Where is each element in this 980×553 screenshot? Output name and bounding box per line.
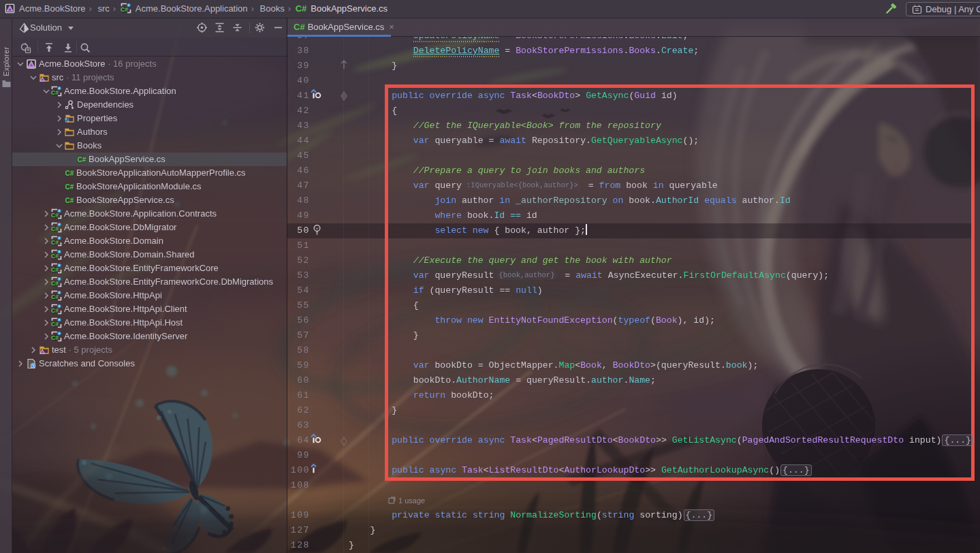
svg-text:C#: C# bbox=[51, 266, 59, 273]
svg-text:C#: C# bbox=[51, 280, 59, 287]
svg-text:C#: C# bbox=[65, 183, 74, 191]
svg-text:C#: C# bbox=[78, 156, 86, 163]
svg-text:C#: C# bbox=[51, 89, 59, 96]
svg-text:C#: C# bbox=[51, 212, 59, 219]
svg-text:C#: C# bbox=[51, 225, 59, 232]
svg-text:C#: C# bbox=[51, 334, 59, 341]
svg-text:C#: C# bbox=[51, 239, 59, 246]
svg-text:C#: C# bbox=[121, 6, 128, 13]
svg-text:C#: C# bbox=[65, 170, 74, 177]
svg-text:C#: C# bbox=[51, 253, 59, 259]
svg-text:C#: C# bbox=[51, 321, 59, 328]
svg-text:C#: C# bbox=[65, 197, 74, 204]
svg-text:C#: C# bbox=[51, 294, 59, 300]
svg-text:C#: C# bbox=[51, 307, 59, 314]
